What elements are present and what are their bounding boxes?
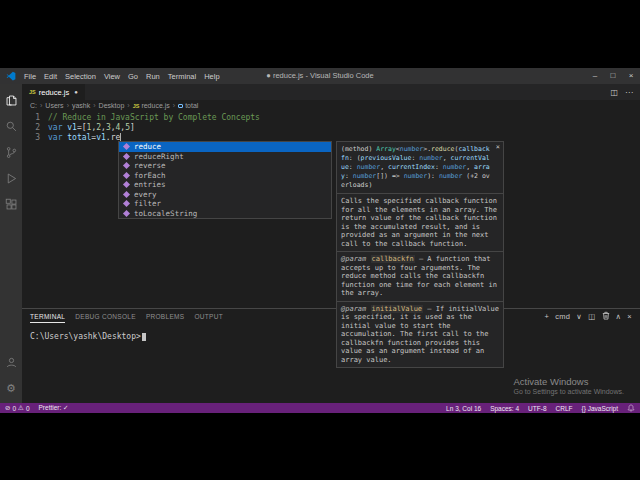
code-text: var v1=[1,2,3,4,5]: [48, 123, 135, 133]
suggest-item-reduce[interactable]: reduce: [119, 142, 331, 152]
panel-tab-output[interactable]: OUTPUT: [194, 311, 223, 323]
tab-reduce-js[interactable]: JS reduce.js ●: [22, 84, 85, 100]
js-file-icon: JS: [29, 89, 36, 95]
new-terminal-icon[interactable]: +: [545, 312, 550, 321]
menu-file[interactable]: File: [20, 72, 40, 81]
menu-terminal[interactable]: Terminal: [164, 72, 200, 81]
status-line-col[interactable]: Ln 3, Col 16: [446, 405, 481, 412]
breadcrumb-item-reduce-js[interactable]: JSreduce.js: [133, 102, 170, 109]
breadcrumb-item-c[interactable]: C:: [30, 102, 37, 109]
panel-header: TERMINALDEBUG CONSOLEPROBLEMSOUTPUT + cm…: [22, 309, 640, 324]
panel-tab-problems[interactable]: PROBLEMS: [146, 311, 185, 323]
close-button[interactable]: ×: [622, 68, 640, 84]
status-right: Ln 3, Col 16Spaces: 4UTF-8CRLF{} JavaScr…: [446, 405, 618, 412]
more-actions-icon[interactable]: ⋯: [625, 88, 633, 97]
menu-edit[interactable]: Edit: [40, 72, 61, 81]
breadcrumb: C:›Users›yashk›Desktop›JSreduce.js›total: [22, 100, 640, 111]
docs-param: @param initialValue — If initialValue is…: [337, 301, 503, 368]
hover-docs-panel: × (method) Array<number>.reduce(callback…: [336, 141, 504, 368]
account-icon[interactable]: [0, 349, 22, 375]
method-icon: [123, 153, 130, 160]
suggest-item-filter[interactable]: filter: [119, 199, 331, 209]
code-line: 2var v1=[1,2,3,4,5]: [22, 123, 640, 133]
terminal-prompt: C:\Users\yashk\Desktop>: [30, 332, 141, 341]
method-icon: [123, 181, 130, 188]
terminal-actions: + cmd ∨ ◫ ∧ ×: [545, 311, 632, 322]
activate-windows-watermark: Activate Windows Go to Settings to activ…: [514, 376, 625, 395]
menu-view[interactable]: View: [100, 72, 124, 81]
terminal-profile-dropdown-icon[interactable]: ∨: [576, 312, 582, 321]
explorer-icon[interactable]: [0, 87, 22, 113]
extensions-icon[interactable]: [0, 191, 22, 217]
kill-terminal-icon[interactable]: [602, 311, 610, 322]
line-number: 2: [22, 123, 48, 133]
search-icon[interactable]: [0, 113, 22, 139]
title-bar: FileEditSelectionViewGoRunTerminalHelp ●…: [0, 68, 640, 84]
docs-params: @param callbackfn — A function that acce…: [337, 251, 503, 367]
code-text: // Reduce in JavaScript by Complete Conc…: [48, 113, 260, 123]
run-and-debug-icon[interactable]: [0, 165, 22, 191]
dirty-dot-icon[interactable]: ●: [74, 89, 78, 95]
terminal-content[interactable]: C:\Users\yashk\Desktop>: [22, 324, 640, 341]
breadcrumb-item-yashk[interactable]: yashk: [72, 102, 90, 109]
main-area: ⚙ JS reduce.js ● ◫ ⋯ C:›Users›yashk›Desk…: [0, 84, 640, 403]
tab-bar: JS reduce.js ● ◫ ⋯: [22, 84, 640, 100]
suggest-item-every[interactable]: every: [119, 190, 331, 200]
panel-tab-terminal[interactable]: TERMINAL: [30, 311, 65, 323]
menu-run[interactable]: Run: [142, 72, 164, 81]
breadcrumb-item-desktop[interactable]: Desktop: [99, 102, 125, 109]
method-icon: [123, 191, 130, 198]
breadcrumb-item-total[interactable]: total: [178, 102, 198, 109]
breadcrumb-separator: ›: [40, 102, 42, 109]
menu-bar: FileEditSelectionViewGoRunTerminalHelp: [20, 72, 224, 81]
breadcrumb-item-users[interactable]: Users: [45, 102, 63, 109]
terminal-shell-label[interactable]: cmd: [555, 312, 570, 321]
window-controls: – □ ×: [586, 68, 640, 84]
suggest-item-tolocalestring[interactable]: toLocaleString: [119, 209, 331, 219]
docs-param: @param callbackfn — A function that acce…: [337, 251, 503, 301]
code-text: var total=v1.re: [48, 133, 121, 143]
line-number: 3: [22, 133, 48, 143]
suggest-item-foreach[interactable]: forEach: [119, 171, 331, 181]
breadcrumb-separator: ›: [127, 102, 129, 109]
split-editor-icon[interactable]: ◫: [610, 88, 618, 97]
method-icon: [123, 172, 130, 179]
warning-icon: ⚠: [18, 404, 24, 412]
watermark-subtitle: Go to Settings to activate Windows.: [514, 388, 625, 395]
terminal-tabs: TERMINALDEBUG CONSOLEPROBLEMSOUTPUT: [30, 311, 233, 323]
status-bar: ⊘0⚠0Prettier: ✓ Ln 3, Col 16Spaces: 4UTF…: [0, 403, 640, 413]
settings-gear-icon[interactable]: ⚙: [0, 375, 22, 401]
tab-label: reduce.js: [39, 88, 69, 97]
code-line: 1// Reduce in JavaScript by Complete Con…: [22, 113, 640, 123]
status-indentation[interactable]: Spaces: 4: [490, 405, 519, 412]
suggest-item-entries[interactable]: entries: [119, 180, 331, 190]
status-left: ⊘0⚠0Prettier: ✓: [5, 404, 69, 412]
menu-selection[interactable]: Selection: [61, 72, 100, 81]
minimize-button[interactable]: –: [586, 68, 604, 84]
suggest-item-reduceright[interactable]: reduceRight: [119, 152, 331, 162]
menu-go[interactable]: Go: [124, 72, 142, 81]
docs-close-icon[interactable]: ×: [496, 143, 500, 152]
notifications-bell-icon[interactable]: [627, 404, 635, 412]
split-terminal-icon[interactable]: ◫: [588, 312, 595, 321]
panel-tab-debug-console[interactable]: DEBUG CONSOLE: [75, 311, 136, 323]
status-encoding[interactable]: UTF-8: [528, 405, 546, 412]
editor-pane[interactable]: 1// Reduce in JavaScript by Complete Con…: [22, 111, 640, 308]
method-icon: [123, 200, 130, 207]
status-eol[interactable]: CRLF: [556, 405, 573, 412]
maximize-panel-icon[interactable]: ∧: [616, 312, 622, 321]
menu-help[interactable]: Help: [200, 72, 223, 81]
breadcrumb-separator: ›: [93, 102, 95, 109]
suggest-widget: reducereduceRightreverseforEachentriesev…: [118, 141, 332, 219]
docs-signature: (method) Array<number>.reduce(callbackfn…: [337, 142, 503, 193]
maximize-button[interactable]: □: [604, 68, 622, 84]
status-prettier[interactable]: Prettier: ✓: [39, 404, 69, 412]
status-language[interactable]: {} JavaScript: [582, 405, 619, 412]
source-control-icon[interactable]: [0, 139, 22, 165]
method-icon: [123, 162, 130, 169]
method-icon: [123, 210, 130, 217]
close-panel-icon[interactable]: ×: [627, 312, 632, 321]
status-problems[interactable]: ⊘0⚠0: [5, 404, 30, 412]
suggest-item-reverse[interactable]: reverse: [119, 161, 331, 171]
symbol-variable-icon: [178, 104, 183, 108]
